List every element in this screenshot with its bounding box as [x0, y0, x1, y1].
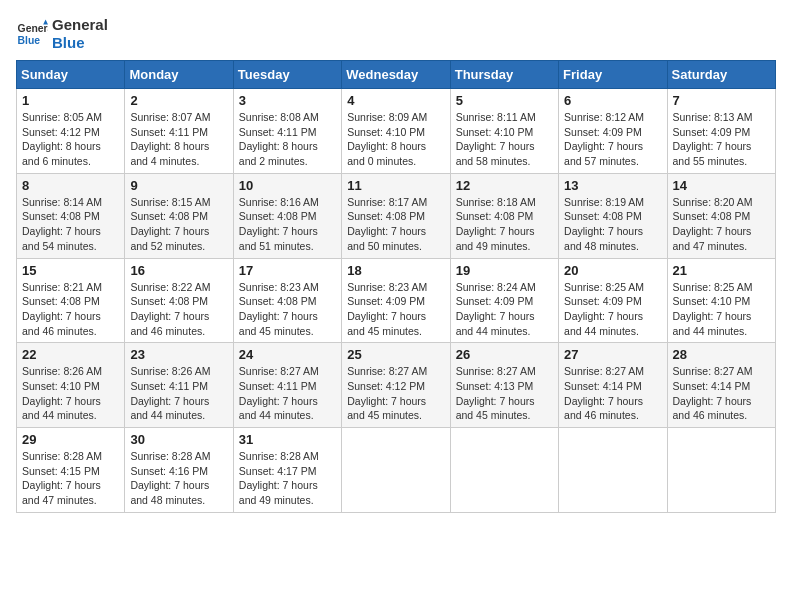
day-number: 19: [456, 263, 553, 278]
calendar-cell: [342, 428, 450, 513]
calendar-cell: 23 Sunrise: 8:26 AM Sunset: 4:11 PM Dayl…: [125, 343, 233, 428]
day-info: Sunrise: 8:24 AM Sunset: 4:09 PM Dayligh…: [456, 280, 553, 339]
logo-icon: General Blue: [16, 18, 48, 50]
day-info: Sunrise: 8:22 AM Sunset: 4:08 PM Dayligh…: [130, 280, 227, 339]
calendar-cell: 9 Sunrise: 8:15 AM Sunset: 4:08 PM Dayli…: [125, 173, 233, 258]
calendar-cell: [559, 428, 667, 513]
day-number: 4: [347, 93, 444, 108]
day-info: Sunrise: 8:28 AM Sunset: 4:15 PM Dayligh…: [22, 449, 119, 508]
day-number: 17: [239, 263, 336, 278]
calendar-cell: 3 Sunrise: 8:08 AM Sunset: 4:11 PM Dayli…: [233, 89, 341, 174]
day-number: 10: [239, 178, 336, 193]
col-header-saturday: Saturday: [667, 61, 775, 89]
calendar-cell: 19 Sunrise: 8:24 AM Sunset: 4:09 PM Dayl…: [450, 258, 558, 343]
day-number: 18: [347, 263, 444, 278]
day-number: 6: [564, 93, 661, 108]
day-info: Sunrise: 8:17 AM Sunset: 4:08 PM Dayligh…: [347, 195, 444, 254]
calendar-week-row: 29 Sunrise: 8:28 AM Sunset: 4:15 PM Dayl…: [17, 428, 776, 513]
calendar-cell: 22 Sunrise: 8:26 AM Sunset: 4:10 PM Dayl…: [17, 343, 125, 428]
col-header-tuesday: Tuesday: [233, 61, 341, 89]
calendar-cell: 24 Sunrise: 8:27 AM Sunset: 4:11 PM Dayl…: [233, 343, 341, 428]
day-number: 25: [347, 347, 444, 362]
day-info: Sunrise: 8:11 AM Sunset: 4:10 PM Dayligh…: [456, 110, 553, 169]
day-number: 13: [564, 178, 661, 193]
day-number: 7: [673, 93, 770, 108]
day-info: Sunrise: 8:27 AM Sunset: 4:14 PM Dayligh…: [673, 364, 770, 423]
day-number: 31: [239, 432, 336, 447]
calendar-cell: 4 Sunrise: 8:09 AM Sunset: 4:10 PM Dayli…: [342, 89, 450, 174]
calendar-cell: 8 Sunrise: 8:14 AM Sunset: 4:08 PM Dayli…: [17, 173, 125, 258]
calendar-cell: [450, 428, 558, 513]
calendar-cell: 25 Sunrise: 8:27 AM Sunset: 4:12 PM Dayl…: [342, 343, 450, 428]
page-header: General Blue General Blue: [16, 16, 776, 52]
calendar-cell: 28 Sunrise: 8:27 AM Sunset: 4:14 PM Dayl…: [667, 343, 775, 428]
day-number: 24: [239, 347, 336, 362]
day-info: Sunrise: 8:05 AM Sunset: 4:12 PM Dayligh…: [22, 110, 119, 169]
day-info: Sunrise: 8:14 AM Sunset: 4:08 PM Dayligh…: [22, 195, 119, 254]
day-info: Sunrise: 8:15 AM Sunset: 4:08 PM Dayligh…: [130, 195, 227, 254]
day-number: 8: [22, 178, 119, 193]
day-info: Sunrise: 8:27 AM Sunset: 4:14 PM Dayligh…: [564, 364, 661, 423]
calendar-cell: 2 Sunrise: 8:07 AM Sunset: 4:11 PM Dayli…: [125, 89, 233, 174]
day-number: 11: [347, 178, 444, 193]
day-info: Sunrise: 8:27 AM Sunset: 4:11 PM Dayligh…: [239, 364, 336, 423]
day-info: Sunrise: 8:20 AM Sunset: 4:08 PM Dayligh…: [673, 195, 770, 254]
calendar-cell: 27 Sunrise: 8:27 AM Sunset: 4:14 PM Dayl…: [559, 343, 667, 428]
day-number: 23: [130, 347, 227, 362]
day-number: 27: [564, 347, 661, 362]
col-header-wednesday: Wednesday: [342, 61, 450, 89]
day-info: Sunrise: 8:13 AM Sunset: 4:09 PM Dayligh…: [673, 110, 770, 169]
day-info: Sunrise: 8:28 AM Sunset: 4:17 PM Dayligh…: [239, 449, 336, 508]
calendar-cell: 5 Sunrise: 8:11 AM Sunset: 4:10 PM Dayli…: [450, 89, 558, 174]
day-number: 14: [673, 178, 770, 193]
logo: General Blue General Blue: [16, 16, 108, 52]
day-info: Sunrise: 8:23 AM Sunset: 4:08 PM Dayligh…: [239, 280, 336, 339]
day-number: 22: [22, 347, 119, 362]
calendar-cell: 14 Sunrise: 8:20 AM Sunset: 4:08 PM Dayl…: [667, 173, 775, 258]
day-number: 29: [22, 432, 119, 447]
calendar-week-row: 22 Sunrise: 8:26 AM Sunset: 4:10 PM Dayl…: [17, 343, 776, 428]
calendar-table: SundayMondayTuesdayWednesdayThursdayFrid…: [16, 60, 776, 513]
calendar-header-row: SundayMondayTuesdayWednesdayThursdayFrid…: [17, 61, 776, 89]
col-header-friday: Friday: [559, 61, 667, 89]
calendar-week-row: 15 Sunrise: 8:21 AM Sunset: 4:08 PM Dayl…: [17, 258, 776, 343]
day-number: 15: [22, 263, 119, 278]
day-info: Sunrise: 8:28 AM Sunset: 4:16 PM Dayligh…: [130, 449, 227, 508]
calendar-cell: 16 Sunrise: 8:22 AM Sunset: 4:08 PM Dayl…: [125, 258, 233, 343]
calendar-week-row: 8 Sunrise: 8:14 AM Sunset: 4:08 PM Dayli…: [17, 173, 776, 258]
day-info: Sunrise: 8:27 AM Sunset: 4:12 PM Dayligh…: [347, 364, 444, 423]
day-number: 28: [673, 347, 770, 362]
calendar-cell: 11 Sunrise: 8:17 AM Sunset: 4:08 PM Dayl…: [342, 173, 450, 258]
day-info: Sunrise: 8:25 AM Sunset: 4:09 PM Dayligh…: [564, 280, 661, 339]
day-number: 20: [564, 263, 661, 278]
col-header-monday: Monday: [125, 61, 233, 89]
calendar-cell: 18 Sunrise: 8:23 AM Sunset: 4:09 PM Dayl…: [342, 258, 450, 343]
calendar-cell: 12 Sunrise: 8:18 AM Sunset: 4:08 PM Dayl…: [450, 173, 558, 258]
logo-general: General: [52, 16, 108, 34]
calendar-cell: [667, 428, 775, 513]
day-number: 26: [456, 347, 553, 362]
day-number: 3: [239, 93, 336, 108]
calendar-cell: 30 Sunrise: 8:28 AM Sunset: 4:16 PM Dayl…: [125, 428, 233, 513]
day-info: Sunrise: 8:08 AM Sunset: 4:11 PM Dayligh…: [239, 110, 336, 169]
day-number: 16: [130, 263, 227, 278]
calendar-cell: 13 Sunrise: 8:19 AM Sunset: 4:08 PM Dayl…: [559, 173, 667, 258]
day-number: 9: [130, 178, 227, 193]
day-number: 5: [456, 93, 553, 108]
calendar-cell: 15 Sunrise: 8:21 AM Sunset: 4:08 PM Dayl…: [17, 258, 125, 343]
calendar-cell: 20 Sunrise: 8:25 AM Sunset: 4:09 PM Dayl…: [559, 258, 667, 343]
svg-marker-2: [43, 20, 48, 25]
calendar-cell: 6 Sunrise: 8:12 AM Sunset: 4:09 PM Dayli…: [559, 89, 667, 174]
day-info: Sunrise: 8:16 AM Sunset: 4:08 PM Dayligh…: [239, 195, 336, 254]
day-number: 21: [673, 263, 770, 278]
calendar-cell: 1 Sunrise: 8:05 AM Sunset: 4:12 PM Dayli…: [17, 89, 125, 174]
calendar-cell: 26 Sunrise: 8:27 AM Sunset: 4:13 PM Dayl…: [450, 343, 558, 428]
day-number: 30: [130, 432, 227, 447]
logo-blue: Blue: [52, 34, 108, 52]
calendar-cell: 17 Sunrise: 8:23 AM Sunset: 4:08 PM Dayl…: [233, 258, 341, 343]
day-info: Sunrise: 8:27 AM Sunset: 4:13 PM Dayligh…: [456, 364, 553, 423]
calendar-cell: 29 Sunrise: 8:28 AM Sunset: 4:15 PM Dayl…: [17, 428, 125, 513]
day-info: Sunrise: 8:19 AM Sunset: 4:08 PM Dayligh…: [564, 195, 661, 254]
day-info: Sunrise: 8:18 AM Sunset: 4:08 PM Dayligh…: [456, 195, 553, 254]
day-info: Sunrise: 8:12 AM Sunset: 4:09 PM Dayligh…: [564, 110, 661, 169]
